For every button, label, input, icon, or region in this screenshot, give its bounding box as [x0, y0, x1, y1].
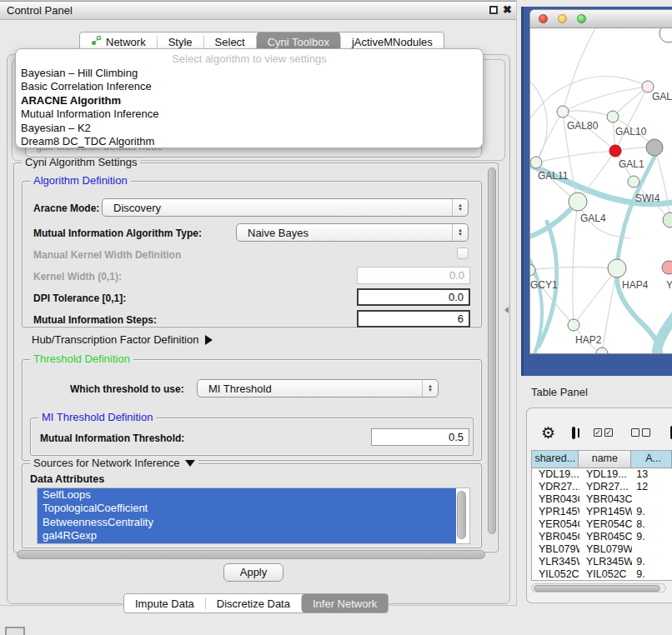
algorithm-option-bayesian-k2[interactable]: Bayesian – K2	[16, 122, 483, 135]
node-top-arc[interactable]	[659, 28, 672, 42]
threshold-definition-title: Threshold Definition	[30, 352, 133, 365]
kernel-width-field[interactable]: 0.0	[357, 267, 470, 284]
apply-button[interactable]: Apply	[223, 563, 283, 582]
table-row[interactable]: YBR043CYBR043C	[532, 493, 672, 506]
which-threshold-combo[interactable]: MI Threshold ▲▼	[197, 379, 439, 398]
table-row[interactable]: YBR045CYBR045C9.	[532, 531, 672, 543]
sources-group-header[interactable]: Sources for Network Inference	[30, 457, 198, 469]
table-row[interactable]: YBL079WYBL079W	[532, 543, 672, 556]
minimize-traffic-light-icon[interactable]	[558, 14, 567, 23]
node-right-green[interactable]	[663, 212, 672, 228]
tab-impute-data[interactable]: Impute Data	[124, 594, 205, 612]
network-edge[interactable]	[536, 151, 615, 162]
node-salmon[interactable]	[662, 261, 672, 274]
network-window-titlebar[interactable]	[530, 10, 672, 28]
table-cell: YDL19...	[532, 468, 579, 481]
attribute-item-selfloops[interactable]: SelfLoops	[38, 488, 456, 502]
table-horizontal-scrollbar[interactable]	[531, 583, 666, 592]
table-body: YDL19...YDL19...13YDR27...YDR27...12YBR0…	[532, 468, 672, 581]
network-edge[interactable]	[574, 268, 617, 325]
node-bottom[interactable]	[596, 348, 608, 354]
table-cell: YBR045C	[532, 531, 579, 543]
network-edge[interactable]	[563, 28, 595, 112]
algorithm-option-dream8-dc-tdc-algorithm[interactable]: Dream8 DC_TDC Algorithm	[16, 135, 483, 148]
node-gal80[interactable]	[557, 106, 569, 118]
network-edge[interactable]	[615, 87, 648, 151]
node-gal1[interactable]	[609, 145, 621, 157]
select-all-checkboxes-icon[interactable]: ✓✓	[594, 428, 613, 437]
network-edge[interactable]	[613, 87, 648, 117]
attributes-list-scrollbar[interactable]	[457, 491, 466, 539]
table-row[interactable]: YPR145WYPR145W9.	[532, 506, 672, 518]
node-hap2[interactable]	[568, 319, 579, 331]
table-cell: YBR043C	[579, 493, 632, 506]
algorithm-option-mutual-information-inference[interactable]: Mutual Information Inference	[16, 108, 483, 121]
column-layout-icon[interactable]	[572, 427, 575, 439]
attribute-item-betweennesscentrality[interactable]: BetweennessCentrality	[38, 516, 456, 529]
node-gal11[interactable]	[530, 157, 542, 168]
mi-threshold-field[interactable]: 0.5	[371, 428, 469, 446]
minimized-panel-icon[interactable]	[5, 627, 25, 635]
network-edge[interactable]	[654, 148, 670, 220]
table-row[interactable]: YDL19...YDL19...13	[532, 468, 672, 481]
algorithm-option-basic-correlation-inference[interactable]: Basic Correlation Inference	[16, 80, 483, 93]
table-row[interactable]: YLR345WYLR345W9.	[532, 556, 672, 568]
algorithm-dropdown-list: Select algorithm to view settings Bayesi…	[15, 48, 484, 148]
deselect-all-checkboxes-icon[interactable]	[631, 428, 650, 437]
column-header-shared-name[interactable]: shared...	[532, 451, 579, 468]
float-window-icon[interactable]	[489, 6, 498, 14]
tab-label: Network	[106, 36, 146, 48]
settings-vertical-scrollbar[interactable]	[488, 168, 496, 534]
network-edge-highlighted[interactable]	[657, 312, 672, 354]
table-cell: YIL052C	[532, 568, 579, 581]
tab-discretize-data[interactable]: Discretize Data	[206, 594, 301, 612]
table-row[interactable]: YDR27...YDR27...12	[532, 481, 672, 493]
algorithm-dropdown-placeholder: Select algorithm to view settings	[16, 49, 483, 67]
node-hap4[interactable]	[608, 259, 626, 278]
algorithm-option-aracne-algorithm[interactable]: ARACNE Algorithm	[16, 94, 483, 108]
table-cell: YBR043C	[532, 493, 579, 506]
mi-algorithm-type-combo[interactable]: Naive Bayes ▲▼	[236, 223, 469, 242]
control-panel-title: Control Panel	[7, 4, 73, 17]
node-salmon-label: Y	[666, 279, 672, 291]
column-header-name[interactable]: name	[579, 451, 631, 468]
table-cell	[632, 493, 672, 506]
tab-label: Discretize Data	[217, 598, 290, 610]
node-swi4[interactable]	[628, 176, 639, 188]
mi-steps-label: Mutual Information Steps:	[33, 314, 157, 326]
network-edge[interactable]	[563, 87, 648, 112]
hub-definition-toggle[interactable]: Hub/Transcription Factor Definition	[32, 333, 213, 346]
zoom-traffic-light-icon[interactable]	[577, 14, 586, 23]
network-edge[interactable]	[530, 267, 617, 270]
network-edge[interactable]	[573, 202, 578, 325]
close-icon[interactable]: ✖	[503, 3, 512, 16]
network-canvas[interactable]: GALGAL80GAL10GAL1GAL11SWI4GAL4GCY1HAP4YH…	[530, 28, 672, 354]
table-cell: YDR27...	[532, 481, 579, 493]
algorithm-options: Bayesian – Hill ClimbingBasic Correlatio…	[16, 67, 483, 148]
node-gray[interactable]	[646, 139, 663, 156]
network-edge[interactable]	[530, 77, 547, 162]
algorithm-option-bayesian-hill-climbing[interactable]: Bayesian – Hill Climbing	[16, 67, 483, 80]
dpi-tolerance-field[interactable]: 0.0	[357, 288, 470, 306]
node-gal10[interactable]	[607, 111, 619, 122]
table-cell: 12	[632, 481, 672, 493]
gear-icon[interactable]: ⚙	[541, 423, 555, 442]
table-hscroll-thumb[interactable]	[534, 585, 660, 592]
column-header-partial[interactable]: A...	[631, 451, 672, 468]
table-row[interactable]: YIL052CYIL052C9.	[532, 568, 672, 581]
panel-splitter-handle[interactable]	[504, 307, 509, 313]
settings-horizontal-scrollbar[interactable]	[17, 550, 485, 559]
aracne-mode-value: Discovery	[103, 202, 452, 214]
attribute-item-gal4rgexp[interactable]: gal4RGexp	[38, 529, 456, 542]
attribute-item-topologicalcoefficient[interactable]: TopologicalCoefficient	[38, 502, 456, 515]
table-row[interactable]: YER054CYER054C8.	[532, 518, 672, 531]
network-edge[interactable]	[602, 268, 617, 353]
tab-infer-network[interactable]: Infer Network	[302, 594, 388, 612]
which-threshold-label: Which threshold to use:	[70, 383, 184, 395]
manual-kernel-width-checkbox[interactable]	[457, 248, 469, 259]
node-gal4[interactable]	[569, 192, 587, 211]
aracne-mode-combo[interactable]: Discovery ▲▼	[102, 198, 469, 217]
table-cell: YIL052C	[579, 568, 632, 581]
mi-steps-field[interactable]: 6	[357, 310, 470, 328]
close-traffic-light-icon[interactable]	[539, 14, 548, 23]
